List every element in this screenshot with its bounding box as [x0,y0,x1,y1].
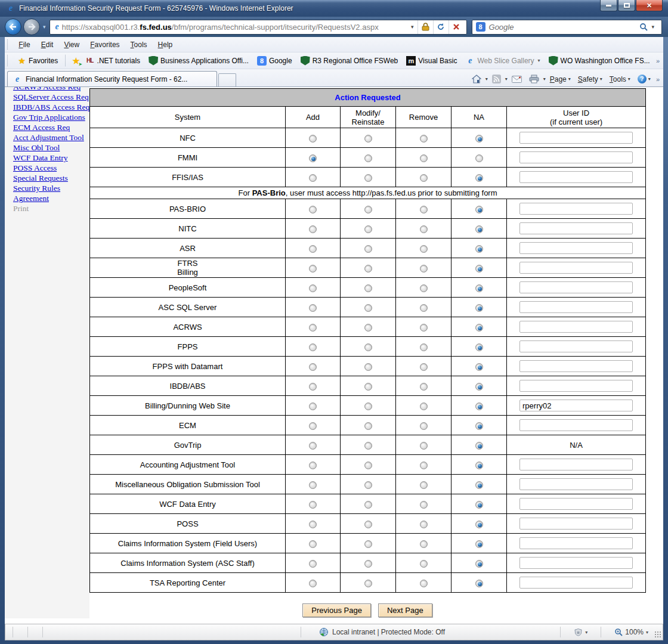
radio-modify[interactable] [364,324,372,332]
user-id-input[interactable] [519,478,633,490]
page-menu[interactable]: Page▾ [547,74,574,85]
favorites-link[interactable]: 8Google [253,54,296,67]
radio-na-selected[interactable] [475,580,483,587]
favorites-link[interactable]: eWeb Slice Gallery▾ [461,54,544,67]
feeds-dropdown[interactable]: ▾ [505,76,508,82]
menu-item-file[interactable]: File [13,39,35,51]
radio-remove[interactable] [420,383,428,391]
restore-button[interactable] [618,0,635,11]
zoom-control[interactable]: 100% ▾ [608,628,654,636]
address-dropdown[interactable]: ▾ [407,24,418,30]
radio-remove[interactable] [420,521,428,528]
radio-modify[interactable] [364,154,372,162]
safety-menu[interactable]: Safety▾ [575,74,605,85]
user-id-input[interactable] [519,132,633,144]
radio-modify[interactable] [364,304,372,312]
recent-pages-dropdown[interactable]: ▾ [43,24,46,30]
favorites-link[interactable]: Business Applications Offi... [144,54,253,67]
radio-remove[interactable] [420,363,428,371]
radio-modify[interactable] [364,343,372,351]
radio-add[interactable] [309,135,317,143]
radio-modify[interactable] [364,245,372,253]
radio-remove[interactable] [420,580,428,587]
radio-na-selected[interactable] [475,442,483,450]
security-lock-icon[interactable] [418,20,433,34]
radio-add[interactable] [309,324,317,332]
sidebar-link[interactable]: Gov Trip Applications [13,112,89,122]
sidebar-link[interactable]: Agreement [13,193,89,203]
favorites-overflow-chevron[interactable]: » [656,57,663,64]
radio-modify[interactable] [364,580,372,587]
user-id-input[interactable] [519,577,633,589]
user-id-input[interactable] [519,281,633,293]
menu-item-view[interactable]: View [58,39,85,51]
radio-na-selected[interactable] [475,343,483,351]
radio-remove[interactable] [420,442,428,450]
user-id-input[interactable] [519,222,633,234]
radio-remove[interactable] [420,225,428,233]
user-id-input[interactable] [519,360,633,372]
radio-remove[interactable] [420,284,428,292]
radio-remove[interactable] [420,135,428,143]
stop-button[interactable] [449,20,464,34]
user-id-input[interactable] [519,321,633,333]
sidebar-link[interactable]: ECM Access Req [13,122,89,132]
radio-add[interactable] [309,580,317,587]
radio-add[interactable] [309,225,317,233]
radio-modify[interactable] [364,560,372,568]
read-mail-button[interactable] [509,75,525,84]
radio-modify[interactable] [364,225,372,233]
radio-modify[interactable] [364,206,372,213]
radio-na-selected[interactable] [475,521,483,528]
next-page-button[interactable]: Next Page [378,603,432,617]
radio-add-selected[interactable] [309,154,317,162]
sidebar-link[interactable]: IBDB/ABS Access Req [13,102,89,112]
home-dropdown[interactable]: ▾ [485,76,488,82]
radio-remove[interactable] [420,462,428,469]
radio-na-selected[interactable] [475,245,483,253]
radio-add[interactable] [309,284,317,292]
radio-na-selected[interactable] [475,304,483,312]
radio-na-selected[interactable] [475,501,483,509]
radio-add[interactable] [309,383,317,391]
radio-na[interactable] [475,154,483,162]
favorites-link[interactable]: mVisual Basic [402,54,461,67]
help-button[interactable]: ?▾ [635,73,654,85]
radio-modify[interactable] [364,363,372,371]
radio-na-selected[interactable] [475,540,483,548]
radio-remove[interactable] [420,481,428,489]
user-id-input[interactable] [519,340,633,352]
user-id-input[interactable] [519,380,633,392]
radio-remove[interactable] [420,206,428,213]
address-bar[interactable]: e https://sxabqsql001.r3.fs.fed.us/bfm/p… [50,20,467,35]
radio-na-selected[interactable] [475,363,483,371]
radio-modify[interactable] [364,174,372,182]
sidebar-link[interactable]: SQLServer Access Req [13,92,89,102]
sidebar-link[interactable]: ACRWS Access Req [13,87,89,92]
radio-add[interactable] [309,245,317,253]
radio-modify[interactable] [364,383,372,391]
radio-modify[interactable] [364,501,372,509]
radio-na-selected[interactable] [475,383,483,391]
radio-remove[interactable] [420,174,428,182]
radio-add[interactable] [309,422,317,430]
search-box[interactable]: 8 Google ▾ [472,20,662,35]
radio-add[interactable] [309,560,317,568]
forward-button[interactable] [23,18,40,35]
radio-add[interactable] [309,343,317,351]
radio-modify[interactable] [364,481,372,489]
sidebar-link[interactable]: POSS Access [13,163,89,173]
favorites-link[interactable]: R3 Regional Office FSWeb [296,54,403,67]
menu-item-edit[interactable]: Edit [36,39,59,51]
radio-na-selected[interactable] [475,265,483,273]
user-id-input[interactable] [519,171,633,183]
radio-modify[interactable] [364,521,372,528]
radio-modify[interactable] [364,402,372,410]
radio-remove[interactable] [420,540,428,548]
radio-add[interactable] [309,206,317,213]
radio-modify[interactable] [364,422,372,430]
radio-remove[interactable] [420,422,428,430]
radio-add[interactable] [309,481,317,489]
radio-na-selected[interactable] [475,422,483,430]
minimize-button[interactable] [600,0,617,11]
